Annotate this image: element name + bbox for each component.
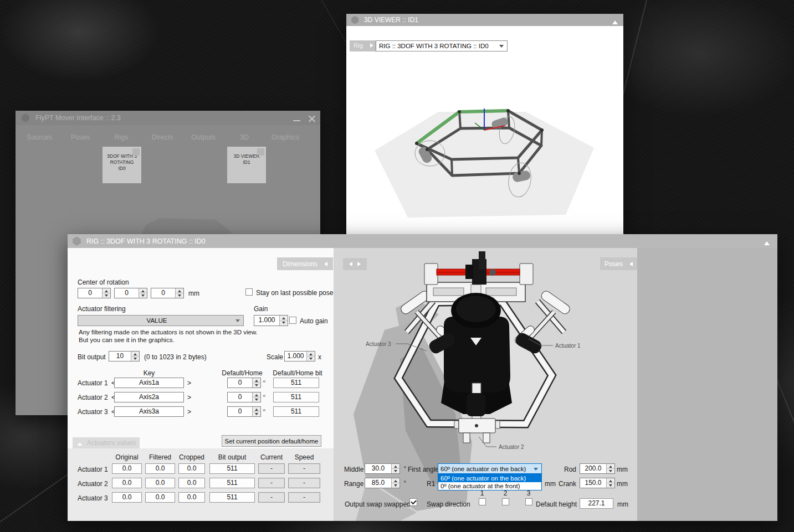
flypt-title-bar[interactable]: FlyPT Mover Interface :: 2.3 [16,111,320,125]
default-home-spinner[interactable]: 0 [227,392,261,402]
crank-label: Crank [554,480,576,488]
center-y-spin-buttons[interactable] [139,288,147,298]
first-angle-option-60[interactable]: 60º (one actuator on the back) [438,474,541,482]
prev-icon[interactable] [347,262,352,266]
col-original: Original [112,453,142,461]
card-corner-handle[interactable] [257,148,264,156]
gain-spin-buttons[interactable] [279,316,288,326]
stay-last-pose-checkbox[interactable] [245,288,253,296]
key-next-stepper[interactable]: > [187,379,191,387]
range-unit: º [404,479,406,485]
card-corner-handle[interactable] [132,148,140,156]
gain-value[interactable]: 1.000 [254,316,279,326]
first-angle-label: First angle [408,466,439,473]
key-row-label: Actuator 1 [78,379,108,387]
rig-node-card[interactable]: 3DOF WITH 3 ROTATING ID0 [103,147,141,183]
range-spinner[interactable]: 85.0 [365,478,400,488]
swap-number-1: 1 [478,489,486,497]
scale-value[interactable]: 1.000 [285,352,306,361]
bit-output-value[interactable]: 10 [109,352,131,361]
key-row-label: Actuator 2 [78,394,108,401]
next-icon[interactable] [357,262,363,266]
values-row-label: Actuator 1 [78,466,108,473]
filtering-note-line2: But you can see it in the graphics. [79,337,175,343]
dimensions-panel-label: Dimensions [283,260,317,268]
collapse-icon[interactable] [612,18,618,24]
center-x-spinner[interactable]: 0 [78,288,111,298]
center-y-spinner[interactable]: 0 [114,288,147,298]
default-home-spinner[interactable]: 0 [227,378,261,388]
app-logo-icon [21,113,30,122]
current-value: - [258,478,285,488]
poses-panel-label: Poses [605,260,623,268]
key-header: Key [114,369,184,377]
center-z-value[interactable]: 0 [151,288,175,298]
swap-direction-1-checkbox[interactable] [479,498,486,505]
rig-selector-arrow-icon[interactable] [370,43,376,48]
menu-outputs[interactable]: Outputs [183,133,224,141]
card-id: ID0 [103,166,141,172]
viewer-3d-scene[interactable] [346,53,623,234]
menu-sources[interactable]: Sources [19,133,60,141]
middle-spinner[interactable]: 30.0 [365,463,400,474]
col-cropped: Cropped [178,453,205,461]
close-icon[interactable] [308,115,315,122]
center-x-value[interactable]: 0 [78,288,102,298]
actuator-filtering-combo[interactable]: VALUE [78,315,244,326]
center-y-value[interactable]: 0 [115,288,139,298]
menu-poses[interactable]: Poses [60,133,101,141]
speed-value: - [288,492,320,503]
set-current-position-button[interactable]: Set current position default/home [222,435,321,447]
key-next-stepper[interactable]: > [187,408,191,416]
key-next-stepper[interactable]: > [187,394,191,401]
minimize-icon[interactable] [293,120,300,121]
middle-unit: º [404,465,406,471]
key-input[interactable]: Axis1a [114,378,184,388]
dimensions-panel-button[interactable]: Dimensions [277,257,333,270]
actuators-values-header[interactable]: Actuators values [73,437,140,448]
output-swap-checkbox[interactable] [409,498,417,506]
center-z-spin-buttons[interactable] [175,288,183,298]
default-home-spinner[interactable]: 0 [227,406,261,417]
poses-panel-button[interactable]: Poses [600,257,637,270]
actuator-filtering-value: VALUE [78,317,235,324]
rig-title-bar[interactable]: RIG :: 3DOF WITH 3 ROTATING :: ID0 [68,234,777,248]
chevron-down-icon [534,468,538,473]
bit-output-value: 511 [209,492,255,503]
crank-spinner[interactable]: 150.0 [580,478,615,488]
rod-label: Rod [554,466,576,473]
menu-3d[interactable]: 3D [224,133,265,141]
swap-direction-2-checkbox[interactable] [502,498,509,505]
center-x-spin-buttons[interactable] [102,288,110,298]
menu-graphics[interactable]: Graphics [265,133,306,141]
card-id: ID1 [227,159,266,166]
default-height-box: 227.1 [580,498,613,509]
collapse-icon[interactable] [764,239,770,245]
first-angle-option-0[interactable]: 0º (one actuator at the front) [438,482,541,490]
menu-directs[interactable]: Directs [142,133,183,141]
menu-rigs[interactable]: Rigs [101,133,142,141]
scale-spinner[interactable]: 1.000 [284,351,315,361]
collapse-left-icon [627,262,633,266]
scale-spin-buttons[interactable] [306,352,315,361]
cropped-value: 0.0 [178,463,205,474]
viewer-rig-combo[interactable]: RIG :: 3DOF WITH 3 ROTATING :: ID0 [376,40,508,51]
viewer-node-card[interactable]: 3D VIEWER ID1 [227,147,266,183]
filtered-value: 0.0 [145,463,175,474]
center-z-spinner[interactable]: 0 [151,288,184,298]
auto-gain-checkbox[interactable] [289,317,296,324]
app-logo-icon [72,236,81,246]
bit-output-spin-buttons[interactable] [131,352,139,361]
bit-output-spinner[interactable]: 10 [109,351,140,361]
pose-nav-buttons[interactable] [343,258,367,270]
rod-unit: mm [617,466,628,473]
rod-spinner[interactable]: 200.0 [580,463,615,474]
key-input[interactable]: Axis2a [114,392,184,402]
first-angle-combo[interactable]: 60º (one actuator on the back) [438,463,542,474]
original-value: 0.0 [112,478,142,488]
viewer-title-bar[interactable]: 3D VIEWER :: ID1 [346,14,623,26]
swap-direction-3-checkbox[interactable] [525,498,532,505]
key-input[interactable]: Axis3a [114,406,184,417]
collapse-up-icon [78,440,83,446]
gain-spinner[interactable]: 1.000 [254,315,288,326]
